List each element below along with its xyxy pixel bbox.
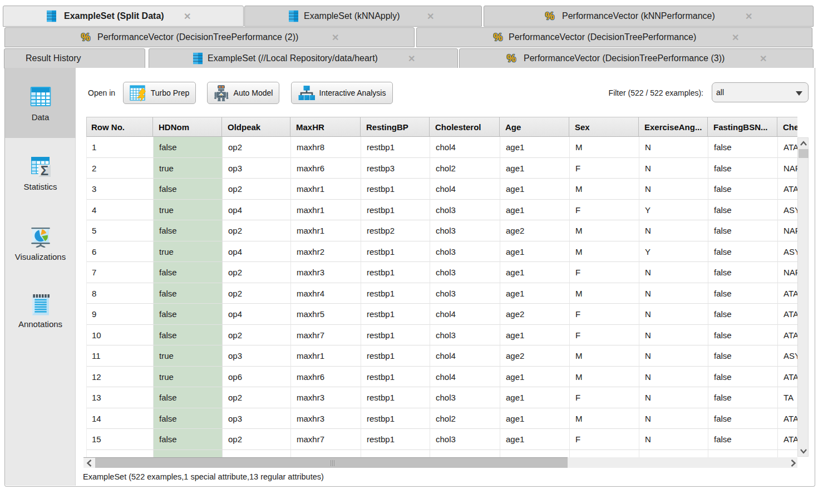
svg-text:Σ: Σ (40, 163, 48, 177)
svg-text:%: % (81, 32, 90, 42)
svg-text:%: % (507, 53, 516, 63)
svg-text:%: % (494, 32, 502, 42)
svg-text:%: % (545, 11, 554, 21)
